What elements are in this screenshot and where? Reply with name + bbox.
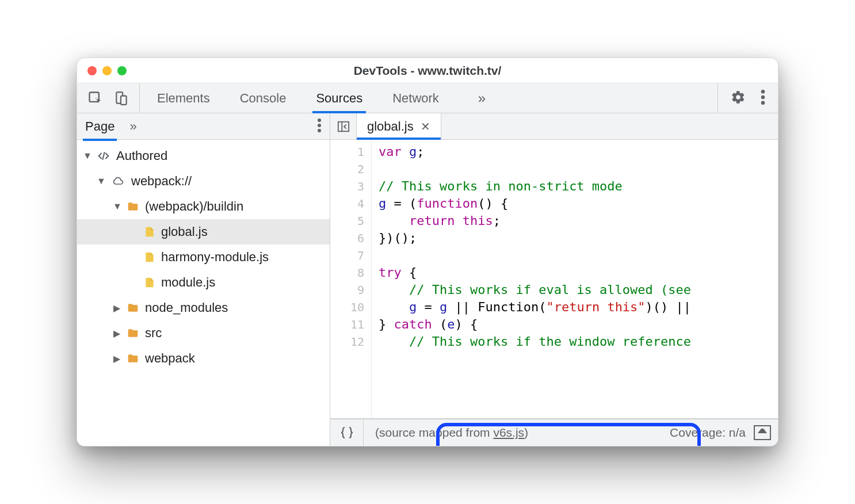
navigator-tabs: Page » xyxy=(77,113,330,140)
editor-statusbar: (source mapped from v6s.js) Coverage: n/… xyxy=(330,418,778,446)
tab-network[interactable]: Network xyxy=(392,83,439,113)
navigator-kebab-icon[interactable] xyxy=(317,119,322,135)
kebab-menu-icon[interactable] xyxy=(761,90,765,107)
cloud-icon xyxy=(110,175,125,187)
gear-icon[interactable] xyxy=(731,90,746,107)
tree-origin-webpack[interactable]: ▼ webpack:// xyxy=(77,169,330,194)
file-icon xyxy=(144,225,155,239)
tree-folder-node-modules[interactable]: ▶ node_modules xyxy=(77,295,330,320)
file-icon xyxy=(144,276,155,289)
file-icon xyxy=(144,250,155,264)
folder-icon xyxy=(127,327,139,339)
tree-label: module.js xyxy=(161,275,215,290)
device-toolbar-icon[interactable] xyxy=(114,90,129,106)
close-tab-icon[interactable]: ✕ xyxy=(421,120,430,133)
svg-point-5 xyxy=(761,101,765,105)
folder-icon xyxy=(127,353,139,364)
source-map-link[interactable]: v6s.js xyxy=(493,426,524,439)
code-icon xyxy=(97,150,110,162)
tab-elements[interactable]: Elements xyxy=(157,83,210,113)
disclosure-triangle-icon[interactable]: ▼ xyxy=(83,151,91,161)
disclosure-triangle-icon[interactable]: ▼ xyxy=(97,176,105,186)
svg-rect-2 xyxy=(121,96,127,104)
svg-point-3 xyxy=(761,90,765,94)
sources-panel: Page » ▼ Authored ▼ webpack:// xyxy=(77,113,778,446)
tree-file-harmony-module-js[interactable]: harmony-module.js xyxy=(77,245,330,270)
tree-label: src xyxy=(145,326,162,341)
traffic-lights xyxy=(77,66,146,75)
svg-point-6 xyxy=(318,119,321,122)
folder-icon xyxy=(127,302,139,314)
tree-folder-buildin[interactable]: ▼ (webpack)/buildin xyxy=(77,194,330,219)
line-gutter: 123456789101112 xyxy=(330,140,372,418)
devtools-window: DevTools - www.twitch.tv/ Elements Conso… xyxy=(77,58,778,446)
toggle-navigator-icon[interactable] xyxy=(330,113,357,139)
tree-file-global-js[interactable]: global.js xyxy=(77,219,330,245)
tree-file-module-js[interactable]: module.js xyxy=(77,270,330,295)
toggle-drawer-icon[interactable] xyxy=(754,425,771,440)
editor-pane: global.js ✕ 123456789101112 var g; // Th… xyxy=(330,113,778,446)
tree-label: (webpack)/buildin xyxy=(145,199,243,214)
tree-label: Authored xyxy=(116,148,167,163)
main-toolbar: Elements Console Sources Network » xyxy=(77,83,778,113)
minimize-window-button[interactable] xyxy=(102,66,112,75)
svg-line-9 xyxy=(102,152,104,159)
source-mapped-label: (source mapped from v6s.js) xyxy=(367,425,536,441)
svg-point-4 xyxy=(761,95,765,99)
navigator-sidebar: Page » ▼ Authored ▼ webpack:// xyxy=(77,113,330,446)
navigator-tab-page[interactable]: Page xyxy=(85,119,114,134)
code-content[interactable]: var g; // This works in non-strict mode … xyxy=(372,140,778,418)
zoom-window-button[interactable] xyxy=(117,66,127,75)
file-tree[interactable]: ▼ Authored ▼ webpack:// ▼ (webpack)/buil… xyxy=(77,140,330,446)
titlebar: DevTools - www.twitch.tv/ xyxy=(77,58,778,83)
svg-point-8 xyxy=(318,129,321,132)
tree-label: node_modules xyxy=(145,300,228,315)
editor-tab-label: global.js xyxy=(367,119,414,134)
code-editor[interactable]: 123456789101112 var g; // This works in … xyxy=(330,140,778,418)
navigator-more-tabs-icon[interactable]: » xyxy=(129,119,136,134)
close-window-button[interactable] xyxy=(87,66,97,75)
tab-console[interactable]: Console xyxy=(240,83,287,113)
tree-label: global.js xyxy=(161,224,208,239)
tree-label: webpack:// xyxy=(131,174,192,189)
tree-label: webpack xyxy=(145,351,195,366)
tree-label: harmony-module.js xyxy=(161,250,269,265)
panel-tabs: Elements Console Sources Network » xyxy=(140,83,495,113)
window-title: DevTools - www.twitch.tv/ xyxy=(146,64,778,78)
tab-sources[interactable]: Sources xyxy=(316,83,362,113)
tree-group-authored[interactable]: ▼ Authored xyxy=(77,143,330,169)
editor-tab-global-js[interactable]: global.js ✕ xyxy=(357,113,441,139)
more-tabs-icon[interactable]: » xyxy=(469,83,495,113)
disclosure-triangle-icon[interactable]: ▶ xyxy=(113,353,121,364)
tree-folder-src[interactable]: ▶ src xyxy=(77,320,330,346)
editor-tabstrip: global.js ✕ xyxy=(330,113,778,140)
disclosure-triangle-icon[interactable]: ▶ xyxy=(113,303,121,314)
tree-folder-webpack[interactable]: ▶ webpack xyxy=(77,346,330,371)
pretty-print-icon[interactable] xyxy=(330,419,364,446)
inspect-element-icon[interactable] xyxy=(87,90,104,106)
disclosure-triangle-icon[interactable]: ▶ xyxy=(113,328,121,339)
coverage-label: Coverage: n/a xyxy=(670,426,746,440)
folder-icon xyxy=(127,201,139,212)
disclosure-triangle-icon[interactable]: ▼ xyxy=(113,201,121,212)
svg-point-7 xyxy=(318,124,321,127)
